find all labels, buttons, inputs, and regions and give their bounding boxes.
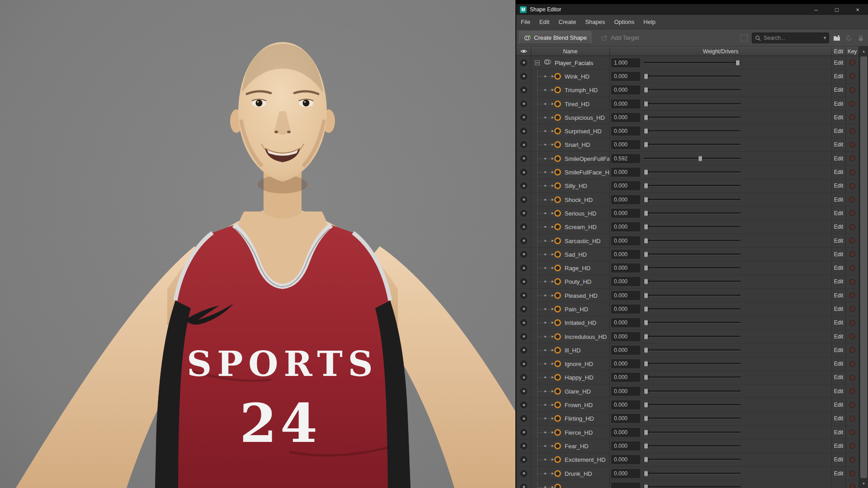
- visibility-toggle[interactable]: [520, 347, 527, 353]
- search-input[interactable]: [762, 35, 823, 41]
- target-label[interactable]: Drunk_HD: [565, 470, 592, 477]
- target-label[interactable]: Wink_HD: [565, 73, 590, 80]
- weight-slider[interactable]: [644, 152, 741, 165]
- menu-create[interactable]: Create: [554, 15, 580, 29]
- edit-button[interactable]: Edit: [834, 210, 844, 216]
- viewport[interactable]: SPORTS 24: [0, 0, 515, 488]
- key-button[interactable]: [849, 443, 855, 449]
- weight-value[interactable]: 0.000: [611, 113, 640, 122]
- target-label[interactable]: Shock_HD: [565, 196, 593, 203]
- target-label[interactable]: Triumph_HD: [565, 87, 598, 94]
- key-button[interactable]: [849, 224, 855, 230]
- weight-value[interactable]: 0.000: [611, 168, 640, 177]
- visibility-toggle[interactable]: [520, 415, 527, 422]
- slider-handle[interactable]: [644, 224, 648, 230]
- close-button[interactable]: ×: [847, 4, 868, 15]
- slider-handle[interactable]: [644, 361, 648, 367]
- key-button[interactable]: [849, 265, 855, 271]
- key-button[interactable]: [849, 197, 855, 202]
- menu-shapes[interactable]: Shapes: [580, 15, 609, 29]
- parent-label[interactable]: Player_Facials: [555, 59, 593, 66]
- slider-handle[interactable]: [644, 73, 648, 79]
- edit-button[interactable]: Edit: [834, 347, 844, 353]
- target-row[interactable]: Excitement_HD 0.000 Edit: [516, 453, 859, 467]
- target-label[interactable]: Glare_HD: [565, 388, 591, 394]
- weight-slider[interactable]: [644, 124, 741, 137]
- menu-edit[interactable]: Edit: [535, 15, 554, 29]
- weight-slider[interactable]: [644, 480, 741, 488]
- target-row[interactable]: Triumph_HD 0.000 Edit: [516, 84, 859, 97]
- target-label[interactable]: Fear_HD: [565, 442, 589, 449]
- scrollbar-up-arrow-icon[interactable]: ▲: [859, 47, 868, 56]
- edit-button[interactable]: Edit: [834, 60, 844, 66]
- scrollbar-thumb[interactable]: [860, 56, 867, 478]
- slider-handle[interactable]: [644, 402, 648, 408]
- weight-slider[interactable]: [644, 70, 741, 83]
- edit-button[interactable]: Edit: [834, 238, 844, 244]
- key-button[interactable]: [849, 470, 855, 476]
- weight-slider[interactable]: [644, 165, 741, 178]
- edit-button[interactable]: Edit: [834, 415, 844, 422]
- target-label[interactable]: Fierce_HD: [565, 429, 593, 436]
- weight-value[interactable]: 0.000: [611, 373, 640, 382]
- edit-button[interactable]: Edit: [834, 456, 844, 463]
- weight-slider[interactable]: [644, 371, 741, 384]
- slider-handle[interactable]: [644, 128, 648, 134]
- target-label[interactable]: Pouty_HD: [565, 278, 591, 285]
- key-button[interactable]: [849, 155, 855, 161]
- target-label[interactable]: SmileFullFace_H: [565, 169, 609, 176]
- slider-handle[interactable]: [644, 333, 648, 339]
- slider-handle[interactable]: [644, 197, 648, 202]
- target-label[interactable]: Incredulous_HD: [565, 333, 607, 340]
- visibility-toggle[interactable]: [520, 333, 527, 340]
- visibility-toggle[interactable]: [520, 114, 527, 121]
- weight-value[interactable]: 0.000: [611, 305, 640, 314]
- key-button[interactable]: [849, 416, 855, 422]
- key-button[interactable]: [849, 457, 855, 463]
- slider-handle[interactable]: [644, 320, 648, 326]
- weight-slider[interactable]: [644, 84, 741, 97]
- target-row[interactable]: Ignore_HD 0.000 Edit: [516, 357, 859, 371]
- target-label[interactable]: Serious_HD: [565, 210, 596, 216]
- slider-handle[interactable]: [644, 169, 648, 175]
- visibility-toggle[interactable]: [520, 128, 527, 135]
- key-button[interactable]: [849, 333, 855, 339]
- edit-button[interactable]: Edit: [834, 402, 844, 408]
- key-button[interactable]: [849, 361, 855, 367]
- target-row[interactable]: Sarcastic_HD 0.000 Edit: [516, 234, 859, 248]
- weight-value[interactable]: 0.000: [611, 346, 640, 355]
- slider-handle[interactable]: [644, 443, 648, 449]
- key-button[interactable]: [849, 142, 855, 148]
- target-row[interactable]: Scream_HD 0.000 Edit: [516, 221, 859, 234]
- weight-value[interactable]: 0.000: [611, 277, 640, 286]
- weight-slider[interactable]: [644, 426, 741, 439]
- weight-slider[interactable]: [644, 179, 741, 192]
- visibility-toggle[interactable]: [520, 237, 527, 244]
- weight-value[interactable]: 0.000: [611, 99, 640, 108]
- target-label[interactable]: Scream_HD: [565, 224, 597, 230]
- weight-value[interactable]: 0.000: [611, 140, 640, 149]
- edit-button[interactable]: Edit: [834, 251, 844, 258]
- slider-handle[interactable]: [644, 183, 648, 189]
- target-label[interactable]: Snarl_HD: [565, 141, 590, 148]
- target-row[interactable]: Sad_HD 0.000 Edit: [516, 248, 859, 261]
- weight-value[interactable]: 0.000: [611, 400, 640, 409]
- slider-handle[interactable]: [644, 292, 648, 298]
- parent-slider-handle[interactable]: [736, 60, 740, 66]
- vertical-scrollbar[interactable]: ▲ ▼: [859, 47, 868, 488]
- weight-value[interactable]: 0.000: [611, 250, 640, 259]
- slider-handle[interactable]: [644, 87, 648, 93]
- key-button[interactable]: [849, 375, 855, 380]
- target-row[interactable]: Irritated_HD 0.000 Edit: [516, 316, 859, 330]
- weight-value[interactable]: 0.000: [611, 181, 640, 190]
- target-label[interactable]: Suspicious_HD: [565, 114, 605, 121]
- weight-value[interactable]: 0.000: [611, 195, 640, 204]
- target-row[interactable]: Pain_HD 0.000 Edit: [516, 302, 859, 316]
- edit-button[interactable]: Edit: [834, 333, 844, 340]
- edit-button[interactable]: Edit: [834, 361, 844, 367]
- parent-weight-slider[interactable]: [644, 56, 741, 69]
- target-row[interactable]: Ill_HD 0.000 Edit: [516, 343, 859, 357]
- target-label[interactable]: Ill_HD: [565, 347, 580, 353]
- visibility-toggle[interactable]: [520, 210, 527, 216]
- slider-handle[interactable]: [644, 101, 648, 107]
